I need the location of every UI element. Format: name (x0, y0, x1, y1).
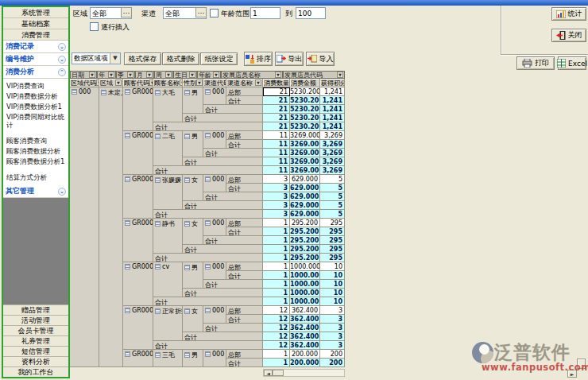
points-cell[interactable]: 295 (320, 236, 345, 245)
delete-format-button[interactable]: 格式删除 (162, 52, 199, 65)
amount-cell[interactable]: 1000.000 (290, 262, 320, 271)
sidebar-link-vip-0[interactable]: VIP消费查询 (3, 80, 68, 91)
qty-cell[interactable]: 3 (263, 192, 290, 201)
subtotal-cell[interactable]: 合计 (203, 149, 263, 157)
age-range-checkbox[interactable] (210, 9, 219, 17)
qty-cell[interactable]: 12 (263, 306, 290, 315)
points-cell[interactable]: 1,241 (320, 122, 345, 131)
pivot-field-8[interactable]: 发展店员代码▼ (283, 71, 345, 79)
cell-expand-icon[interactable] (125, 176, 130, 182)
sidebar-link-settlement[interactable]: 结算方式分析 (3, 172, 68, 182)
subtotal-cell[interactable]: 合计 (203, 324, 263, 332)
points-cell[interactable]: 10 (320, 289, 345, 297)
subtotal-cell[interactable]: 合计 (203, 192, 263, 201)
points-cell[interactable]: 295 (320, 245, 345, 254)
points-cell[interactable]: 5 (320, 210, 345, 219)
customer-code-cell[interactable]: GR000003 (123, 175, 153, 219)
data-area-dropdown[interactable]: 数据区域项 ▼ (72, 52, 121, 64)
cell-expand-icon[interactable] (184, 308, 190, 314)
qty-cell[interactable]: 1 (263, 227, 290, 236)
qty-cell[interactable]: 1 (263, 262, 290, 271)
subtotal-cell[interactable]: 合计 (153, 254, 263, 262)
amount-cell[interactable]: 5230.200 (290, 87, 320, 96)
sidebar-group-number-maintain[interactable]: 编号维护 ⌄ (3, 53, 68, 66)
points-cell[interactable]: 200 (320, 350, 345, 359)
channel-name-cell[interactable]: 总部 (226, 219, 263, 227)
column-header-0[interactable]: 区域代码▼ (70, 79, 99, 87)
qty-cell[interactable]: 12 (263, 315, 290, 324)
pivot-field-6[interactable]: 年龄▼ (197, 71, 221, 79)
customer-code-cell[interactable]: GR000019 (123, 306, 153, 350)
subtotal-cell[interactable]: 合计 (153, 297, 263, 306)
cell-expand-icon[interactable] (155, 134, 161, 139)
subtotal-cell[interactable]: 合计 (183, 245, 263, 254)
gender-cell[interactable]: 女 (183, 306, 203, 332)
qty-cell[interactable]: 1 (263, 236, 290, 245)
amount-cell[interactable]: 1000.000 (290, 289, 320, 297)
close-button[interactable]: 关闭 (551, 29, 586, 42)
cell-expand-icon[interactable] (155, 177, 161, 183)
points-cell[interactable]: 3,269 (320, 140, 345, 149)
sidebar-link-vip-3[interactable]: VIP消费同期对比统计 (3, 111, 68, 130)
filter-dropdown-icon[interactable]: ▼ (213, 72, 219, 78)
channel-code-cell[interactable]: 000 (203, 87, 226, 105)
pivot-grid[interactable]: 日期▼年▼季▼月▼周▼生日▼年龄▼发展店员名称▼发展店员代码▼区域代码▼区域▼顾… (70, 71, 346, 368)
points-cell[interactable]: 1,241 (320, 114, 345, 122)
amount-cell[interactable]: 1000.000 (290, 271, 320, 280)
amount-cell[interactable]: 3269.000 (290, 149, 320, 157)
sidebar-item-2[interactable]: 消费管理 (3, 29, 68, 41)
pivot-field-1[interactable]: 年▼ (97, 71, 116, 79)
subtotal-cell[interactable]: 合计 (226, 140, 263, 149)
cell-expand-icon[interactable] (205, 176, 211, 182)
region-input[interactable]: 全部 … (90, 7, 132, 19)
amount-cell[interactable]: 5230.200 (290, 114, 320, 122)
channel-code-cell[interactable]: 000 (203, 131, 226, 149)
sidebar-item-0[interactable]: 系统管理 (3, 7, 68, 18)
cell-expand-icon[interactable] (155, 308, 161, 314)
sort-button[interactable]: 排序 (244, 52, 273, 66)
gender-cell[interactable]: 女 (183, 175, 203, 201)
qty-cell[interactable]: 1 (263, 219, 290, 227)
qty-cell[interactable]: 21 (263, 105, 290, 114)
amount-cell[interactable]: 3269.000 (290, 140, 320, 149)
points-cell[interactable]: 3,269 (320, 149, 345, 157)
customer-name-cell[interactable]: 大毛 (153, 87, 183, 122)
region-name-cell[interactable]: 未定义 (99, 87, 123, 367)
cell-expand-icon[interactable] (205, 351, 211, 357)
points-cell[interactable]: 3 (320, 332, 345, 341)
channel-name-cell[interactable]: 总部 (226, 131, 263, 140)
customer-name-cell[interactable]: 二毛 (153, 131, 183, 166)
channel-name-cell[interactable]: 总部 (226, 350, 263, 359)
points-cell[interactable]: 10 (320, 280, 345, 289)
points-cell[interactable]: 5 (320, 201, 345, 210)
subtotal-cell[interactable]: 合计 (203, 105, 263, 114)
channel-name-cell[interactable]: 总部 (226, 87, 263, 96)
subtotal-cell[interactable]: 合计 (203, 280, 263, 289)
channel-picker-button[interactable]: … (195, 7, 207, 17)
amount-cell[interactable]: 295.200 (290, 245, 320, 254)
sidebar-link-vip-1[interactable]: VIP消费数据分析 (3, 91, 68, 101)
qty-cell[interactable]: 1 (263, 245, 290, 254)
amount-cell[interactable]: 362.400 (290, 332, 320, 341)
filter-dropdown-icon[interactable]: ▼ (146, 72, 153, 78)
amount-cell[interactable]: 1000.000 (290, 280, 320, 289)
qty-cell[interactable]: 3 (263, 184, 290, 192)
amount-cell[interactable]: 200.000 (290, 359, 320, 367)
save-format-button[interactable]: 格式保存 (124, 52, 161, 65)
cell-expand-icon[interactable] (155, 90, 161, 95)
stats-button[interactable]: 统计 (551, 7, 586, 21)
qty-cell[interactable]: 1 (263, 289, 290, 297)
amount-cell[interactable]: 629.000 (290, 210, 320, 219)
points-cell[interactable]: 10 (320, 297, 345, 306)
points-cell[interactable]: 3,269 (320, 131, 345, 140)
qty-cell[interactable]: 1 (263, 254, 290, 262)
gender-cell[interactable]: 男 (183, 350, 203, 367)
qty-cell[interactable]: 21 (263, 114, 290, 122)
cell-expand-icon[interactable] (155, 221, 161, 227)
subtotal-cell[interactable]: 合计 (226, 227, 263, 236)
points-cell[interactable]: 10 (320, 271, 345, 280)
cell-expand-icon[interactable] (155, 352, 161, 358)
subtotal-cell[interactable]: 合计 (153, 341, 263, 350)
cell-expand-icon[interactable] (184, 134, 190, 139)
scrollbar-thumb[interactable] (273, 370, 284, 376)
